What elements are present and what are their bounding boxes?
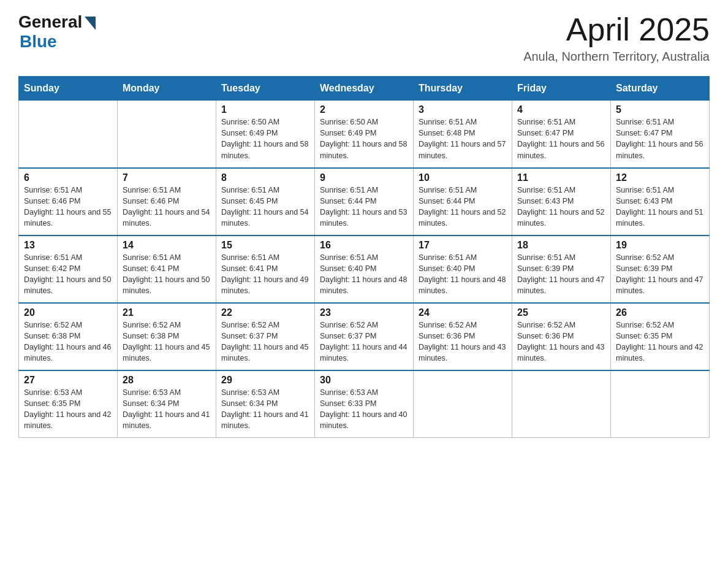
day-header-friday: Friday (512, 77, 611, 101)
calendar-cell (512, 370, 611, 438)
cell-date-number: 23 (320, 307, 408, 318)
day-header-sunday: Sunday (19, 77, 118, 101)
cell-date-number: 16 (320, 240, 408, 251)
calendar-week-row: 6Sunrise: 6:51 AMSunset: 6:46 PMDaylight… (19, 168, 710, 236)
cell-info-text: Sunrise: 6:51 AMSunset: 6:41 PMDaylight:… (221, 252, 309, 297)
cell-date-number: 18 (517, 240, 605, 251)
cell-info-text: Sunrise: 6:51 AMSunset: 6:46 PMDaylight:… (123, 185, 211, 229)
page-header: General Blue April 2025 Anula, Northern … (18, 12, 710, 64)
cell-info-text: Sunrise: 6:50 AMSunset: 6:49 PMDaylight:… (221, 117, 309, 161)
cell-info-text: Sunrise: 6:50 AMSunset: 6:49 PMDaylight:… (320, 117, 408, 161)
cell-date-number: 4 (517, 104, 605, 115)
calendar-cell: 8Sunrise: 6:51 AMSunset: 6:45 PMDaylight… (216, 168, 315, 236)
title-block: April 2025 Anula, Northern Territory, Au… (523, 12, 710, 64)
logo: General Blue (18, 12, 96, 52)
cell-date-number: 3 (419, 104, 507, 115)
cell-info-text: Sunrise: 6:51 AMSunset: 6:43 PMDaylight:… (517, 185, 605, 229)
calendar-cell: 27Sunrise: 6:53 AMSunset: 6:35 PMDayligh… (19, 370, 118, 438)
cell-info-text: Sunrise: 6:52 AMSunset: 6:38 PMDaylight:… (24, 320, 112, 364)
calendar-week-row: 13Sunrise: 6:51 AMSunset: 6:42 PMDayligh… (19, 236, 710, 303)
day-header-thursday: Thursday (414, 77, 512, 101)
cell-date-number: 8 (221, 172, 309, 183)
cell-date-number: 25 (517, 307, 605, 318)
calendar-week-row: 27Sunrise: 6:53 AMSunset: 6:35 PMDayligh… (19, 370, 710, 438)
cell-date-number: 21 (123, 307, 211, 318)
cell-date-number: 20 (24, 307, 112, 318)
cell-info-text: Sunrise: 6:52 AMSunset: 6:36 PMDaylight:… (517, 320, 605, 364)
logo-general-text: General (18, 12, 82, 32)
calendar-cell: 20Sunrise: 6:52 AMSunset: 6:38 PMDayligh… (19, 303, 118, 370)
cell-info-text: Sunrise: 6:51 AMSunset: 6:47 PMDaylight:… (517, 117, 605, 161)
cell-info-text: Sunrise: 6:52 AMSunset: 6:39 PMDaylight:… (616, 252, 704, 297)
cell-info-text: Sunrise: 6:52 AMSunset: 6:37 PMDaylight:… (320, 320, 408, 364)
cell-date-number: 15 (221, 240, 309, 251)
calendar-cell: 30Sunrise: 6:53 AMSunset: 6:33 PMDayligh… (315, 370, 414, 438)
cell-date-number: 7 (123, 172, 211, 183)
cell-info-text: Sunrise: 6:51 AMSunset: 6:48 PMDaylight:… (419, 117, 507, 161)
cell-date-number: 26 (616, 307, 704, 318)
cell-date-number: 9 (320, 172, 408, 183)
calendar-cell: 11Sunrise: 6:51 AMSunset: 6:43 PMDayligh… (512, 168, 611, 236)
page-title: April 2025 (523, 12, 710, 47)
calendar-cell: 4Sunrise: 6:51 AMSunset: 6:47 PMDaylight… (512, 101, 611, 168)
cell-info-text: Sunrise: 6:53 AMSunset: 6:34 PMDaylight:… (123, 387, 211, 432)
calendar-cell: 19Sunrise: 6:52 AMSunset: 6:39 PMDayligh… (611, 236, 710, 303)
logo-blue-text: Blue (20, 32, 57, 52)
cell-info-text: Sunrise: 6:53 AMSunset: 6:34 PMDaylight:… (221, 387, 309, 432)
calendar-cell: 15Sunrise: 6:51 AMSunset: 6:41 PMDayligh… (216, 236, 315, 303)
cell-date-number: 19 (616, 240, 704, 251)
cell-date-number: 28 (123, 375, 211, 386)
calendar-table: SundayMondayTuesdayWednesdayThursdayFrid… (18, 76, 710, 438)
cell-info-text: Sunrise: 6:51 AMSunset: 6:40 PMDaylight:… (419, 252, 507, 297)
cell-date-number: 6 (24, 172, 112, 183)
calendar-cell: 29Sunrise: 6:53 AMSunset: 6:34 PMDayligh… (216, 370, 315, 438)
calendar-cell: 17Sunrise: 6:51 AMSunset: 6:40 PMDayligh… (414, 236, 512, 303)
cell-date-number: 30 (320, 375, 408, 386)
cell-date-number: 13 (24, 240, 112, 251)
cell-date-number: 2 (320, 104, 408, 115)
calendar-cell: 2Sunrise: 6:50 AMSunset: 6:49 PMDaylight… (315, 101, 414, 168)
day-header-monday: Monday (118, 77, 216, 101)
cell-info-text: Sunrise: 6:51 AMSunset: 6:41 PMDaylight:… (123, 252, 211, 297)
calendar-cell: 18Sunrise: 6:51 AMSunset: 6:39 PMDayligh… (512, 236, 611, 303)
cell-date-number: 22 (221, 307, 309, 318)
calendar-cell (414, 370, 512, 438)
calendar-cell: 3Sunrise: 6:51 AMSunset: 6:48 PMDaylight… (414, 101, 512, 168)
calendar-cell: 6Sunrise: 6:51 AMSunset: 6:46 PMDaylight… (19, 168, 118, 236)
calendar-cell: 7Sunrise: 6:51 AMSunset: 6:46 PMDaylight… (118, 168, 216, 236)
calendar-cell: 24Sunrise: 6:52 AMSunset: 6:36 PMDayligh… (414, 303, 512, 370)
calendar-cell: 1Sunrise: 6:50 AMSunset: 6:49 PMDaylight… (216, 101, 315, 168)
cell-info-text: Sunrise: 6:51 AMSunset: 6:39 PMDaylight:… (517, 252, 605, 297)
calendar-cell: 5Sunrise: 6:51 AMSunset: 6:47 PMDaylight… (611, 101, 710, 168)
cell-date-number: 24 (419, 307, 507, 318)
calendar-cell (118, 101, 216, 168)
cell-date-number: 14 (123, 240, 211, 251)
cell-info-text: Sunrise: 6:51 AMSunset: 6:46 PMDaylight:… (24, 185, 112, 229)
cell-info-text: Sunrise: 6:51 AMSunset: 6:44 PMDaylight:… (419, 185, 507, 229)
calendar-cell: 25Sunrise: 6:52 AMSunset: 6:36 PMDayligh… (512, 303, 611, 370)
calendar-cell: 13Sunrise: 6:51 AMSunset: 6:42 PMDayligh… (19, 236, 118, 303)
calendar-cell: 14Sunrise: 6:51 AMSunset: 6:41 PMDayligh… (118, 236, 216, 303)
cell-date-number: 12 (616, 172, 704, 183)
calendar-cell (19, 101, 118, 168)
cell-date-number: 1 (221, 104, 309, 115)
cell-date-number: 27 (24, 375, 112, 386)
cell-info-text: Sunrise: 6:51 AMSunset: 6:40 PMDaylight:… (320, 252, 408, 297)
cell-info-text: Sunrise: 6:53 AMSunset: 6:35 PMDaylight:… (24, 387, 112, 432)
calendar-cell: 23Sunrise: 6:52 AMSunset: 6:37 PMDayligh… (315, 303, 414, 370)
cell-date-number: 5 (616, 104, 704, 115)
cell-info-text: Sunrise: 6:51 AMSunset: 6:43 PMDaylight:… (616, 185, 704, 229)
cell-date-number: 10 (419, 172, 507, 183)
day-header-saturday: Saturday (611, 77, 710, 101)
cell-date-number: 11 (517, 172, 605, 183)
calendar-cell: 12Sunrise: 6:51 AMSunset: 6:43 PMDayligh… (611, 168, 710, 236)
cell-info-text: Sunrise: 6:51 AMSunset: 6:44 PMDaylight:… (320, 185, 408, 229)
cell-info-text: Sunrise: 6:52 AMSunset: 6:35 PMDaylight:… (616, 320, 704, 364)
cell-date-number: 29 (221, 375, 309, 386)
day-header-tuesday: Tuesday (216, 77, 315, 101)
calendar-cell (611, 370, 710, 438)
calendar-cell: 9Sunrise: 6:51 AMSunset: 6:44 PMDaylight… (315, 168, 414, 236)
calendar-cell: 10Sunrise: 6:51 AMSunset: 6:44 PMDayligh… (414, 168, 512, 236)
calendar-cell: 16Sunrise: 6:51 AMSunset: 6:40 PMDayligh… (315, 236, 414, 303)
calendar-cell: 22Sunrise: 6:52 AMSunset: 6:37 PMDayligh… (216, 303, 315, 370)
